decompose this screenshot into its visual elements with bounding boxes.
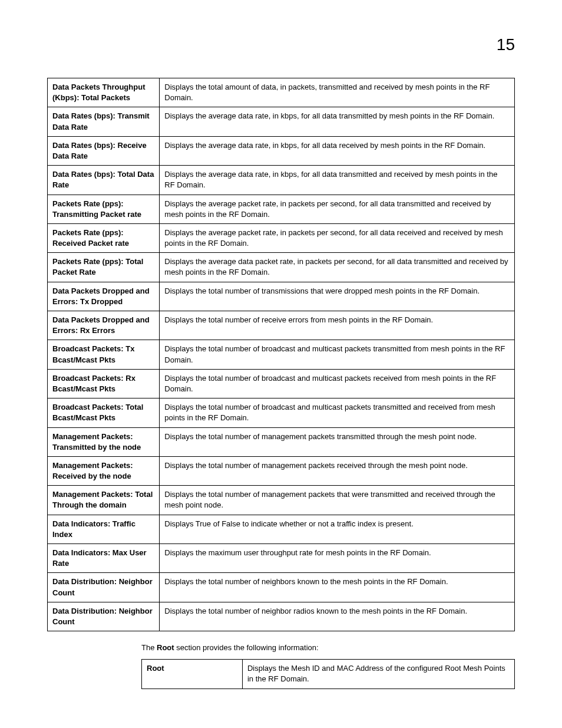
row-label: Data Rates (bps): Receive Data Rate — [48, 136, 160, 165]
row-description: Displays the total number of broadcast a… — [160, 398, 515, 427]
row-description: Displays the total number of management … — [160, 456, 515, 485]
row-label: Packets Rate (pps): Transmitting Packet … — [48, 195, 160, 223]
table-row: Broadcast Packets: Tx Bcast/Mcast PktsDi… — [48, 340, 515, 369]
row-description: Displays the total number of broadcast a… — [160, 369, 515, 398]
row-label: Data Packets Dropped and Errors: Tx Drop… — [48, 282, 160, 311]
intro-prefix: The — [141, 643, 157, 652]
page-number: 15 — [47, 35, 515, 54]
row-label: Packets Rate (pps): Total Packet Rate — [48, 253, 160, 282]
row-label: Data Indicators: Max User Rate — [48, 544, 160, 573]
table-row: Data Packets Dropped and Errors: Rx Erro… — [48, 311, 515, 340]
intro-bold: Root — [157, 643, 174, 652]
row-description: Displays the total number of receive err… — [160, 311, 515, 340]
table-row: Data Indicators: Traffic IndexDisplays T… — [48, 515, 515, 543]
row-label: Data Rates (bps): Transmit Data Rate — [48, 107, 160, 136]
table-row: Management Packets: Total Through the do… — [48, 486, 515, 515]
row-label: Broadcast Packets: Rx Bcast/Mcast Pkts — [48, 369, 160, 398]
row-description: Displays the average data rate, in kbps,… — [160, 166, 515, 195]
row-description: Displays the average data packet rate, i… — [160, 253, 515, 282]
table-row: Packets Rate (pps): Total Packet RateDis… — [48, 253, 515, 282]
main-table: Data Packets Throughput (Kbps): Total Pa… — [47, 78, 515, 631]
table-row: Broadcast Packets: Total Bcast/Mcast Pkt… — [48, 398, 515, 427]
row-description: Displays the average packet rate, in pac… — [160, 223, 515, 252]
row-description: Displays the maximum user throughput rat… — [160, 544, 515, 573]
table-row: Broadcast Packets: Rx Bcast/Mcast PktsDi… — [48, 369, 515, 398]
table-row: Data Distribution: Neighbor CountDisplay… — [48, 573, 515, 602]
table-row: Management Packets: Received by the node… — [48, 456, 515, 485]
table-row: Data Distribution: Neighbor CountDisplay… — [48, 602, 515, 631]
row-label: Management Packets: Received by the node — [48, 456, 160, 485]
row-description: Displays the average data rate, in kbps,… — [160, 136, 515, 165]
table-row: Data Packets Dropped and Errors: Tx Drop… — [48, 282, 515, 311]
table-row: Packets Rate (pps): Transmitting Packet … — [48, 195, 515, 223]
row-label: Broadcast Packets: Tx Bcast/Mcast Pkts — [48, 340, 160, 369]
row-label: Packets Rate (pps): Received Packet rate — [48, 223, 160, 252]
row-label: Management Packets: Transmitted by the n… — [48, 427, 160, 456]
row-label: Data Rates (bps): Total Data Rate — [48, 166, 160, 195]
row-description: Displays the total number of transmissio… — [160, 282, 515, 311]
row-label: Data Indicators: Traffic Index — [48, 515, 160, 543]
row-description: Displays the total amount of data, in pa… — [160, 78, 515, 107]
intro-suffix: section provides the following informati… — [174, 643, 319, 652]
row-label: Root — [142, 660, 243, 689]
row-description: Displays True of False to indicate wheth… — [160, 515, 515, 543]
row-description: Displays the total number of broadcast a… — [160, 340, 515, 369]
table-row: Data Packets Throughput (Kbps): Total Pa… — [48, 78, 515, 107]
table-row: Data Rates (bps): Transmit Data RateDisp… — [48, 107, 515, 136]
row-label: Data Distribution: Neighbor Count — [48, 573, 160, 602]
root-section-intro: The Root section provides the following … — [141, 643, 515, 652]
row-description: Displays the Mesh ID and MAC Address of … — [242, 660, 514, 689]
row-description: Displays the average packet rate, in pac… — [160, 195, 515, 223]
table-row: Data Rates (bps): Total Data RateDisplay… — [48, 166, 515, 195]
row-label: Data Packets Throughput (Kbps): Total Pa… — [48, 78, 160, 107]
table-row: RootDisplays the Mesh ID and MAC Address… — [142, 660, 515, 689]
row-description: Displays the total number of neighbors k… — [160, 573, 515, 602]
row-label: Management Packets: Total Through the do… — [48, 486, 160, 515]
table-row: Management Packets: Transmitted by the n… — [48, 427, 515, 456]
root-table: RootDisplays the Mesh ID and MAC Address… — [141, 659, 515, 689]
table-row: Data Rates (bps): Receive Data RateDispl… — [48, 136, 515, 165]
table-row: Packets Rate (pps): Received Packet rate… — [48, 223, 515, 252]
row-description: Displays the total number of neighbor ra… — [160, 602, 515, 631]
row-description: Displays the total number of management … — [160, 486, 515, 515]
row-label: Broadcast Packets: Total Bcast/Mcast Pkt… — [48, 398, 160, 427]
row-description: Displays the average data rate, in kbps,… — [160, 107, 515, 136]
row-label: Data Distribution: Neighbor Count — [48, 602, 160, 631]
row-description: Displays the total number of management … — [160, 427, 515, 456]
table-row: Data Indicators: Max User RateDisplays t… — [48, 544, 515, 573]
row-label: Data Packets Dropped and Errors: Rx Erro… — [48, 311, 160, 340]
